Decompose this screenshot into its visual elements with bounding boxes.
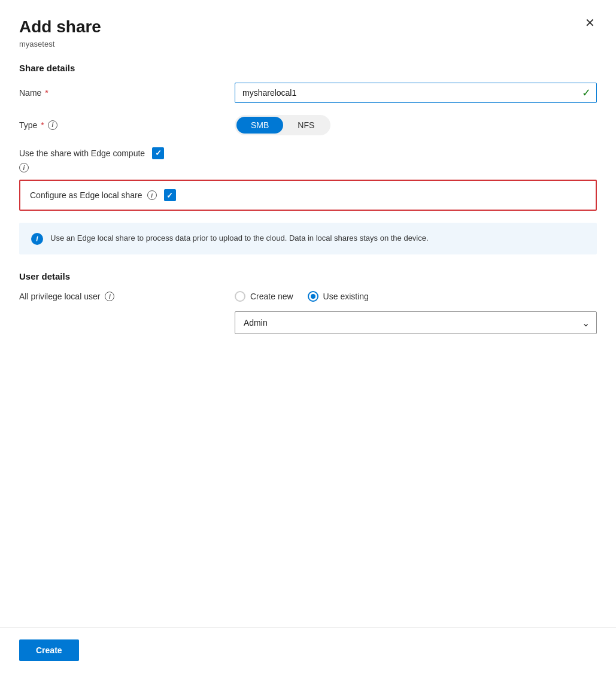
type-label: Type * i	[19, 120, 235, 130]
edge-local-label: Configure as Edge local share i	[30, 190, 157, 200]
name-input[interactable]	[235, 83, 597, 103]
close-icon: ✕	[585, 16, 595, 30]
type-row: Type * i SMB NFS	[19, 115, 597, 135]
edge-compute-row: Use the share with Edge compute ✓ i	[19, 147, 597, 173]
type-toggle-group: SMB NFS	[235, 115, 330, 135]
edge-compute-info-icon[interactable]: i	[19, 163, 29, 172]
type-toggle-container: SMB NFS	[235, 115, 597, 135]
edge-local-info-icon[interactable]: i	[147, 190, 157, 200]
user-details-section: User details All privilege local user i …	[19, 271, 597, 334]
radio-group: Create new Use existing	[235, 291, 369, 302]
use-existing-option[interactable]: Use existing	[308, 291, 369, 302]
nfs-option[interactable]: NFS	[283, 117, 329, 134]
smb-option[interactable]: SMB	[236, 117, 283, 134]
dialog-header: Add share myasetest ✕	[0, 0, 616, 48]
create-button[interactable]: Create	[19, 639, 79, 661]
edge-local-section: Configure as Edge local share i ✓	[19, 180, 597, 211]
use-existing-label: Use existing	[323, 292, 369, 301]
share-details-section-title: Share details	[19, 63, 597, 73]
admin-dropdown[interactable]: Admin	[235, 311, 597, 334]
input-valid-icon: ✓	[582, 86, 591, 99]
type-info-icon[interactable]: i	[48, 120, 57, 130]
edge-local-checkbox[interactable]: ✓	[164, 189, 176, 201]
type-required-star: *	[41, 120, 44, 130]
all-privilege-info-icon[interactable]: i	[105, 292, 114, 301]
admin-dropdown-wrapper: Admin ⌄	[235, 311, 597, 334]
info-banner: i Use an Edge local share to process dat…	[19, 223, 597, 254]
name-input-wrapper: ✓	[235, 83, 597, 103]
dialog-body: Share details Name * ✓ Type *	[0, 48, 616, 627]
name-label: Name *	[19, 88, 235, 98]
dialog-title: Add share	[19, 17, 597, 37]
edge-compute-info-row: i	[19, 162, 29, 173]
create-new-radio[interactable]	[235, 291, 245, 302]
name-field-container: ✓	[235, 83, 597, 103]
dialog-subtitle: myasetest	[19, 40, 597, 48]
user-details-title: User details	[19, 271, 597, 281]
info-banner-text: Use an Edge local share to process data …	[50, 232, 429, 244]
edge-compute-top: Use the share with Edge compute ✓	[19, 147, 164, 159]
all-privilege-row: All privilege local user i Create new Us…	[19, 291, 597, 302]
add-share-dialog: Add share myasetest ✕ Share details Name…	[0, 0, 616, 673]
name-row: Name * ✓	[19, 83, 597, 103]
close-button[interactable]: ✕	[580, 13, 599, 32]
info-banner-icon: i	[31, 233, 43, 245]
dialog-footer: Create	[0, 627, 616, 673]
edge-compute-checkmark: ✓	[155, 148, 162, 157]
share-details-section: Share details Name * ✓ Type *	[19, 63, 597, 255]
edge-compute-checkbox[interactable]: ✓	[152, 147, 164, 159]
name-required-star: *	[45, 88, 48, 98]
use-existing-radio[interactable]	[308, 291, 318, 302]
edge-local-checkmark: ✓	[166, 191, 173, 200]
all-privilege-label: All privilege local user i	[19, 292, 235, 301]
create-new-label: Create new	[250, 292, 293, 301]
edge-compute-label: Use the share with Edge compute	[19, 148, 145, 158]
create-new-option[interactable]: Create new	[235, 291, 293, 302]
